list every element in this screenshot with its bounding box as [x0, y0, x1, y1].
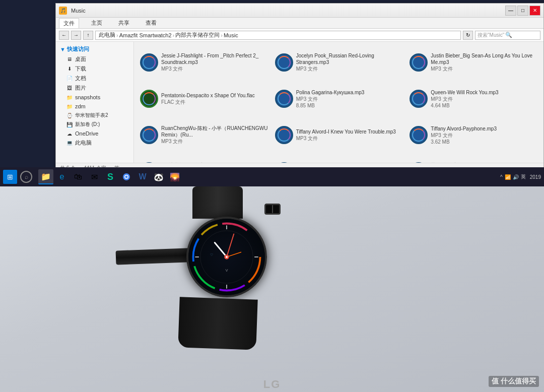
taskbar-photo[interactable]: 🌄 [167, 169, 182, 184]
taskbar-chrome[interactable] [119, 169, 134, 184]
forward-button[interactable]: → [71, 31, 81, 40]
file-item[interactable]: Tiffany Alvord-Payphone.mp3 MP3 文件 3.62 … [406, 117, 540, 153]
taskbar-tray: ^ 📶 🔊 英 2019 [500, 173, 541, 180]
refresh-button[interactable]: ↻ [463, 31, 473, 40]
laptop-screen: 🎵 Music — □ ✕ 文件 主页 共享 查看 ← → ↑ 此电脑 › Am… [0, 0, 544, 186]
file-item[interactable]: Jocelyn Pook_Russian Red-Loving Stranger… [272, 45, 406, 80]
file-item[interactable]: 艾热-乌云中.mp3 MP3 文件 8.50 MB [406, 154, 540, 163]
file-item[interactable]: Vox Angeli-New Soul.mp3 MP3 文件 7.63 MB [272, 154, 406, 163]
ribbon-tab-view[interactable]: 查看 [142, 18, 161, 28]
tray-show-hidden[interactable]: ^ [500, 174, 503, 180]
taskbar: ⊞ ⌕ 📁 e 🛍 ✉ S W 🐼 🌄 ^ 📶 🔊 英 2019 [0, 167, 544, 186]
onedrive-icon: ☁ [66, 130, 73, 137]
chevron-down-icon: ▼ [60, 46, 65, 52]
pinned-apps: 📁 e 🛍 ✉ S W 🐼 🌄 [38, 169, 182, 184]
ribbon-tab-home[interactable]: 主页 [87, 18, 106, 28]
network-icon: 📶 [505, 174, 511, 180]
search-icon: 🔍 [505, 32, 512, 38]
window-controls: — □ ✕ [505, 6, 540, 16]
taskbar-word[interactable]: W [135, 169, 150, 184]
address-path[interactable]: 此电脑 › Amazfit Smartwatch2 › 内部共享储存空间 › M… [95, 31, 461, 40]
sidebar-item-pictures[interactable]: 🖼 图片 [56, 83, 133, 93]
svg-line-15 [227, 234, 234, 257]
mp3-icon [410, 162, 428, 163]
volume-icon: 🔊 [513, 174, 519, 180]
search-box[interactable]: 搜索"Music" 🔍 [475, 31, 540, 40]
path-part-storage: 内部共享储存空间 [175, 31, 220, 39]
watch-band-bottom-strap [178, 297, 257, 350]
sidebar-item-onedrive[interactable]: ☁ OneDrive [56, 129, 133, 138]
folder-icon-snapshots: 📁 [66, 94, 73, 101]
minimize-button[interactable]: — [505, 6, 516, 16]
file-item[interactable]: RuanChengWu-陈粒 - 小半（RUANCHENGWU Remix）(R… [137, 117, 271, 153]
watch-face: V ♡ [188, 219, 265, 295]
sidebar-item-snapshots[interactable]: 📁 snapshots [56, 93, 133, 102]
file-item[interactable]: Vk-让我留在你身边.mp3 MP3 文件 7.32 MB [137, 154, 271, 163]
search-icon: ⌕ [25, 173, 28, 180]
flac-icon [140, 90, 158, 108]
start-button[interactable]: ⊞ [3, 170, 17, 184]
file-item[interactable]: Jessie J-Flashlight - From _Pitch Perfec… [137, 45, 271, 80]
window-icon: 🎵 [59, 7, 67, 15]
ribbon-tab-share[interactable]: 共享 [114, 18, 133, 28]
watch-rings-svg: V ♡ [188, 219, 265, 295]
file-item[interactable]: Tiffany Alvord-I Knew You Were Trouble.m… [272, 117, 406, 153]
sidebar-item-zdm[interactable]: 📁 zdm [56, 102, 133, 111]
svg-text:V: V [225, 268, 228, 273]
taskbar-store[interactable]: 🛍 [71, 169, 86, 184]
taskbar-file-explorer[interactable]: 📁 [38, 169, 53, 184]
search-button[interactable]: ⌕ [20, 171, 32, 183]
sidebar: ▼ 快速访问 🖥 桌面 ⬇ 下载 📄 文档 🖼 图片 [56, 42, 134, 163]
mp3-icon [140, 126, 158, 144]
taskbar-s-app[interactable]: S [103, 169, 118, 184]
mp3-icon [275, 162, 293, 163]
path-part-folder: Music [224, 32, 238, 38]
taskbar-panda[interactable]: 🐼 [151, 169, 166, 184]
address-bar: ← → ↑ 此电脑 › Amazfit Smartwatch2 › 内部共享储存… [56, 29, 543, 42]
watch-band-top-strap [192, 186, 243, 219]
file-item[interactable]: Polina Gagarina-Кукушка.mp3 MP3 文件 8.85 … [272, 81, 406, 116]
mp3-icon [410, 53, 428, 72]
file-item[interactable]: Queen-We Will Rock You.mp3 MP3 文件 4.64 M… [406, 81, 540, 116]
sidebar-item-downloads[interactable]: ⬇ 下载 [56, 64, 133, 74]
lg-logo: LG [263, 378, 281, 391]
explorer-content: ▼ 快速访问 🖥 桌面 ⬇ 下载 📄 文档 🖼 图片 [56, 42, 543, 163]
quick-access-title: ▼ 快速访问 [56, 44, 133, 54]
watermark: 值 什么值得买 [489, 376, 539, 387]
close-button[interactable]: ✕ [529, 6, 540, 16]
sidebar-item-documents[interactable]: 📄 文档 [56, 74, 133, 83]
sidebar-item-desktop[interactable]: 🖥 桌面 [56, 54, 133, 64]
search-placeholder: 搜索"Music" [478, 32, 504, 39]
watch-buckle [264, 204, 281, 215]
sidebar-item-new-volume[interactable]: 💾 新加卷 (D:) [56, 120, 133, 129]
sidebar-item-this-pc[interactable]: 💻 此电脑 [56, 138, 133, 148]
maximize-button[interactable]: □ [517, 6, 528, 16]
document-icon: 📄 [66, 75, 73, 82]
ribbon-tab-file[interactable]: 文件 [59, 18, 79, 28]
file-item[interactable]: Pentatonix-Despacito x Shape Of You.flac… [137, 81, 271, 116]
up-button[interactable]: ↑ [83, 31, 93, 40]
path-part-device: Amazfit Smartwatch2 [119, 32, 172, 38]
ribbon-tabs: 文件 主页 共享 查看 [56, 18, 543, 29]
mp3-icon [275, 126, 293, 144]
drive-icon: 💾 [66, 121, 73, 128]
folder-icon-zdm: 📁 [66, 103, 73, 110]
mp3-icon [140, 162, 158, 163]
back-button[interactable]: ← [59, 31, 69, 40]
svg-text:♡: ♡ [210, 253, 213, 256]
svg-line-14 [215, 243, 227, 257]
sidebar-item-smartwatch[interactable]: ⌚ 华米智能手表2 [56, 111, 133, 120]
watch-band-left-strap [116, 248, 189, 265]
taskbar-mail[interactable]: ✉ [87, 169, 102, 184]
mp3-icon [140, 53, 158, 72]
pictures-icon: 🖼 [66, 85, 73, 92]
file-item[interactable]: Justin Bieber_Big Sean-As Long As You Lo… [406, 45, 540, 80]
lang-indicator: 英 [521, 173, 526, 180]
mp3-icon [275, 53, 293, 72]
mp3-icon [410, 126, 428, 144]
path-part-pc: 此电脑 [99, 31, 115, 39]
svg-point-18 [226, 256, 228, 258]
window-title: Music [71, 8, 503, 14]
svg-point-2 [125, 176, 128, 178]
taskbar-edge[interactable]: e [54, 169, 70, 184]
